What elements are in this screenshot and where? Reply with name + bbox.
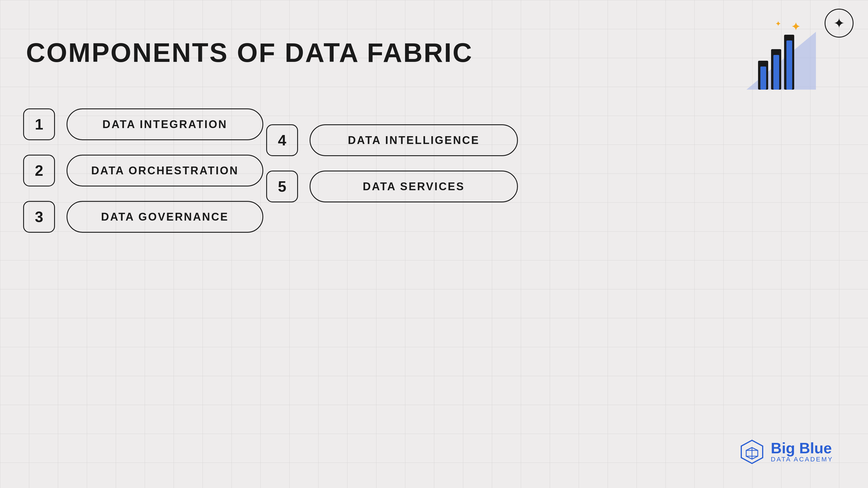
item-row-4: 4 DATA INTELLIGENCE — [266, 124, 518, 156]
logo-name: Big Blue — [771, 441, 833, 456]
number-badge-5: 5 — [266, 170, 298, 202]
logo-text: Big Blue DATA ACADEMY — [771, 441, 833, 463]
label-pill-5: DATA SERVICES — [310, 170, 518, 202]
corner-star-icon: ✦ — [833, 15, 845, 31]
svg-text:✦: ✦ — [775, 20, 781, 28]
item-row-1: 1 DATA INTEGRATION — [23, 108, 263, 140]
svg-rect-4 — [761, 66, 766, 90]
logo-icon — [739, 439, 765, 465]
label-pill-2: DATA ORCHESTRATION — [66, 155, 263, 187]
corner-circle-decoration: ✦ — [825, 9, 854, 38]
label-pill-1: DATA INTEGRATION — [66, 108, 263, 140]
bar-chart-illustration: ✦ ✦ — [741, 14, 822, 95]
number-badge-1: 1 — [23, 108, 55, 140]
svg-rect-6 — [786, 40, 792, 90]
logo-subtitle: DATA ACADEMY — [771, 456, 833, 463]
page-title: COMPONENTS OF DATA FABRIC — [26, 38, 473, 68]
label-pill-3: DATA GOVERNANCE — [66, 201, 263, 233]
item-row-5: 5 DATA SERVICES — [266, 170, 518, 202]
label-pill-4: DATA INTELLIGENCE — [310, 124, 518, 156]
svg-line-14 — [746, 448, 752, 450]
svg-line-15 — [752, 448, 758, 450]
number-badge-2: 2 — [23, 155, 55, 187]
logo-area: Big Blue DATA ACADEMY — [739, 439, 833, 465]
number-badge-3: 3 — [23, 201, 55, 233]
svg-rect-5 — [773, 55, 779, 90]
item-row-3: 3 DATA GOVERNANCE — [23, 201, 263, 233]
item-row-2: 2 DATA ORCHESTRATION — [23, 155, 263, 187]
main-content: COMPONENTS OF DATA FABRIC ✦ ✦ ✦ 1 DATA I… — [0, 0, 868, 488]
number-badge-4: 4 — [266, 124, 298, 156]
svg-text:✦: ✦ — [791, 21, 800, 33]
